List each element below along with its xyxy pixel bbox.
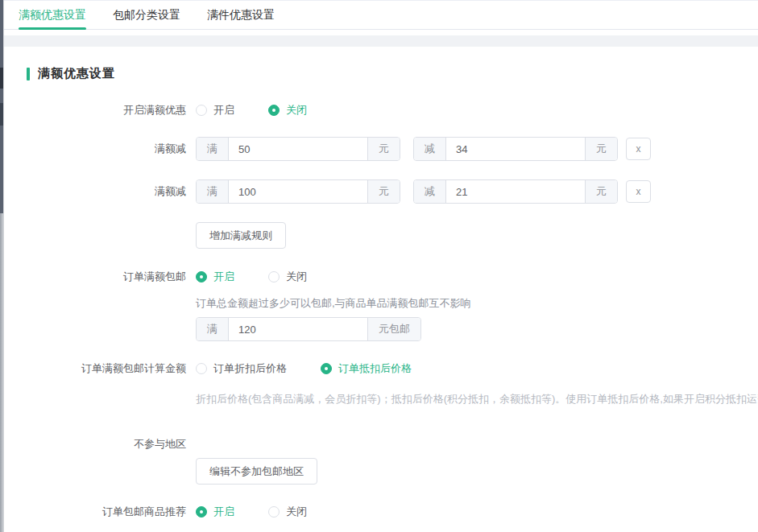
rule-row: 满额减 满 元 减 元 x xyxy=(4,179,758,204)
rule-discount-input[interactable] xyxy=(446,138,585,160)
order-free-shipping-on-radio[interactable]: 开启 xyxy=(196,270,234,284)
edit-excluded-region-button[interactable]: 编辑不参加包邮地区 xyxy=(196,458,317,485)
row-enable-discount: 开启满额优惠 开启 关闭 xyxy=(4,103,758,118)
rule-discount-group: 减 元 xyxy=(413,179,618,204)
radio-label: 订单折扣后价格 xyxy=(213,361,287,376)
suffix-yuan: 元 xyxy=(367,138,400,160)
order-free-shipping-tip-row: 订单总金额超过多少可以包邮,与商品单品满额包邮互不影响 xyxy=(4,296,758,311)
radio-circle-icon xyxy=(268,506,280,518)
calc-amount-label: 订单满额包邮计算金额 xyxy=(4,361,186,376)
tab-shipping-category[interactable]: 包邮分类设置 xyxy=(113,8,180,29)
radio-label: 关闭 xyxy=(286,505,307,519)
rule-threshold-group: 满 元 xyxy=(196,137,400,161)
rule-label: 满额减 xyxy=(4,142,186,156)
prefix-man: 满 xyxy=(197,180,229,203)
row-order-free-shipping: 订单满额包邮 开启 关闭 xyxy=(4,270,758,284)
sidebar-edge-mark xyxy=(0,68,3,89)
radio-circle-icon xyxy=(268,105,280,116)
tab-full-piece-discount[interactable]: 满件优惠设置 xyxy=(207,8,275,29)
row-recommend: 订单包邮商品推荐 开启 关闭 xyxy=(4,505,758,519)
tab-bar: 满额优惠设置 包邮分类设置 满件优惠设置 xyxy=(4,0,758,35)
radio-label: 订单抵扣后价格 xyxy=(338,361,412,376)
order-free-shipping-off-radio[interactable]: 关闭 xyxy=(268,270,307,284)
recommend-off-radio[interactable]: 关闭 xyxy=(268,505,307,519)
radio-circle-icon xyxy=(196,271,207,282)
remove-rule-button[interactable]: x xyxy=(626,138,651,160)
radio-circle-icon xyxy=(196,506,207,518)
radio-label: 开启 xyxy=(213,270,234,284)
tab-full-amount-discount[interactable]: 满额优惠设置 xyxy=(19,8,86,29)
calc-amount-tip: 折扣后价格(包含商品满减，会员折扣等)；抵扣后价格(积分抵扣，余额抵扣等)。使用… xyxy=(196,392,758,406)
suffix-yuan: 元 xyxy=(585,180,617,203)
free-shipping-threshold-input[interactable] xyxy=(229,318,367,340)
suffix-yuan: 元 xyxy=(585,138,617,160)
suffix-yuan: 元 xyxy=(367,180,400,203)
settings-panel: 满额优惠设置 开启满额优惠 开启 关闭 满额减 满 元 减 xyxy=(4,47,758,532)
radio-circle-icon xyxy=(268,271,280,282)
calc-discount-price-radio[interactable]: 订单折扣后价格 xyxy=(196,361,287,376)
radio-circle-icon xyxy=(196,105,207,116)
enable-discount-on-radio[interactable]: 开启 xyxy=(196,103,234,118)
row-excluded-region: 不参与地区 xyxy=(4,437,758,452)
rule-discount-input[interactable] xyxy=(446,180,585,203)
enable-discount-off-radio[interactable]: 关闭 xyxy=(268,103,307,118)
prefix-jian: 减 xyxy=(414,138,446,160)
section-title-accent-bar xyxy=(27,68,30,80)
prefix-jian: 减 xyxy=(414,180,446,203)
rule-discount-group: 减 元 xyxy=(413,137,618,161)
rule-label: 满额减 xyxy=(4,184,186,199)
free-shipping-threshold-row: 满 元包邮 xyxy=(4,317,758,341)
edit-region-row: 编辑不参加包邮地区 xyxy=(4,458,758,485)
prefix-man: 满 xyxy=(197,138,229,160)
row-calc-amount: 订单满额包邮计算金额 订单折扣后价格 订单抵扣后价格 xyxy=(4,361,758,376)
remove-rule-button[interactable]: x xyxy=(626,180,651,203)
rule-threshold-input[interactable] xyxy=(229,138,367,160)
suffix-yuan-baoyou: 元包邮 xyxy=(367,318,420,340)
calc-deduction-price-radio[interactable]: 订单抵扣后价格 xyxy=(321,361,412,376)
radio-label: 开启 xyxy=(213,505,234,519)
rule-threshold-input[interactable] xyxy=(229,180,367,203)
order-free-shipping-label: 订单满额包邮 xyxy=(4,270,186,284)
prefix-man: 满 xyxy=(197,318,229,340)
radio-label: 开启 xyxy=(213,103,234,118)
calc-amount-tip-row: 折扣后价格(包含商品满减，会员折扣等)；抵扣后价格(积分抵扣，余额抵扣等)。使用… xyxy=(4,392,758,406)
section-title: 满额优惠设置 xyxy=(27,66,758,81)
radio-label: 关闭 xyxy=(286,270,307,284)
radio-circle-icon xyxy=(321,363,332,374)
enable-discount-label: 开启满额优惠 xyxy=(4,103,186,118)
add-rule-row: 增加满减规则 xyxy=(4,222,758,249)
recommend-on-radio[interactable]: 开启 xyxy=(196,505,234,519)
free-shipping-threshold-group: 满 元包邮 xyxy=(196,317,421,341)
section-title-text: 满额优惠设置 xyxy=(38,66,115,81)
add-rule-button[interactable]: 增加满减规则 xyxy=(196,222,286,249)
rule-row: 满额减 满 元 减 元 x xyxy=(4,137,758,161)
order-free-shipping-tip: 订单总金额超过多少可以包邮,与商品单品满额包邮互不影响 xyxy=(196,296,471,311)
excluded-region-label: 不参与地区 xyxy=(4,437,186,452)
recommend-label: 订单包邮商品推荐 xyxy=(4,505,186,519)
sidebar-edge-mark xyxy=(0,103,3,126)
rule-threshold-group: 满 元 xyxy=(196,179,400,204)
radio-label: 关闭 xyxy=(286,103,307,118)
radio-circle-icon xyxy=(196,363,207,374)
